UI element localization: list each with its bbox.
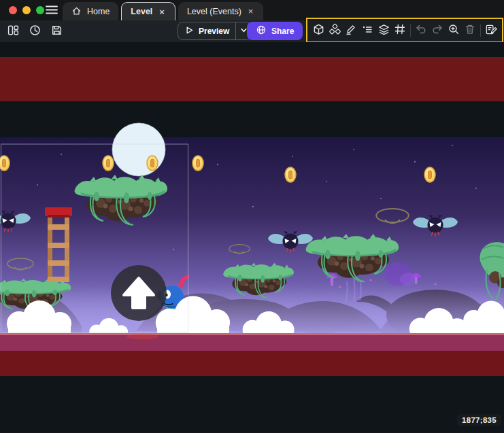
- redo-button[interactable]: [429, 22, 446, 39]
- traffic-lights: [9, 6, 44, 14]
- tab-level-events[interactable]: Level (Events) ×: [178, 2, 264, 20]
- toolbar-separator: [480, 24, 481, 37]
- main-menu-button[interactable]: [44, 4, 60, 18]
- save-button[interactable]: [48, 23, 65, 40]
- instances-list-button[interactable]: [359, 22, 375, 39]
- arrow-control-button[interactable]: [111, 265, 167, 321]
- editor-toolbar: Preview Share: [0, 20, 504, 42]
- minimize-window-button[interactable]: [22, 6, 31, 14]
- trash-icon: [464, 23, 476, 37]
- grid-icon: [394, 23, 406, 37]
- home-icon: [71, 6, 82, 16]
- moon[interactable]: [112, 123, 165, 176]
- edit-tool-button[interactable]: [343, 22, 359, 39]
- tab-label: Level: [131, 7, 152, 16]
- grid-button[interactable]: [392, 22, 408, 39]
- history-icon: [29, 24, 41, 39]
- tab-label: Home: [87, 7, 110, 16]
- layers-icon: [377, 23, 390, 38]
- preview-split-button: Preview: [178, 22, 252, 40]
- delete-button[interactable]: [462, 22, 478, 39]
- layout-panels-button[interactable]: [5, 23, 22, 40]
- scene-editor-canvas[interactable]: 1877;835: [0, 42, 504, 433]
- hamburger-icon: [45, 4, 58, 18]
- instances-list-icon: [361, 23, 373, 37]
- cursor-coordinates-badge: 1877;835: [457, 414, 501, 426]
- add-object-button[interactable]: [310, 22, 326, 39]
- close-icon[interactable]: ×: [158, 7, 166, 17]
- tab-home[interactable]: Home: [63, 2, 118, 20]
- tab-label: Level (Events): [187, 7, 241, 16]
- objects-panel-button[interactable]: [326, 22, 343, 39]
- zoom-button[interactable]: [446, 22, 462, 39]
- toolbar-separator: [410, 24, 411, 37]
- share-label: Share: [271, 27, 294, 36]
- pencil-icon: [345, 23, 357, 37]
- coin[interactable]: [0, 156, 10, 171]
- close-window-button[interactable]: [9, 6, 17, 14]
- coin[interactable]: [192, 156, 203, 171]
- share-button[interactable]: Share: [247, 22, 303, 40]
- layers-button[interactable]: [375, 22, 392, 39]
- app-window: Home Level × Level (Events) × Preview: [0, 0, 504, 433]
- undo-button[interactable]: [413, 22, 429, 39]
- toolbar-left-group: [5, 23, 65, 40]
- close-icon[interactable]: ×: [247, 6, 255, 16]
- tab-level[interactable]: Level ×: [121, 2, 175, 20]
- play-icon: [184, 25, 195, 37]
- edit-scene-icon: [485, 23, 498, 38]
- redo-icon: [431, 23, 443, 37]
- layout-panels-icon: [7, 24, 20, 39]
- history-button[interactable]: [27, 23, 44, 40]
- preview-button[interactable]: Preview: [178, 22, 235, 39]
- coin[interactable]: [103, 156, 114, 171]
- preview-label: Preview: [199, 27, 229, 36]
- save-icon: [50, 24, 63, 39]
- background-bands-bottom[interactable]: [0, 333, 504, 376]
- coin[interactable]: [147, 156, 158, 171]
- coin[interactable]: [424, 167, 435, 182]
- cube-3d-icon: [312, 23, 325, 38]
- scene-tools-highlighted-group: [306, 18, 503, 43]
- edit-scene-button[interactable]: [483, 22, 499, 39]
- game-scene[interactable]: [0, 42, 504, 433]
- coin[interactable]: [285, 167, 296, 182]
- background-band-red-top[interactable]: [0, 57, 504, 101]
- tab-bar: Home Level × Level (Events) ×: [63, 0, 263, 20]
- zoom-in-icon: [448, 23, 460, 37]
- objects-cluster-icon: [329, 23, 341, 38]
- globe-icon: [256, 24, 267, 37]
- undo-icon: [415, 23, 427, 37]
